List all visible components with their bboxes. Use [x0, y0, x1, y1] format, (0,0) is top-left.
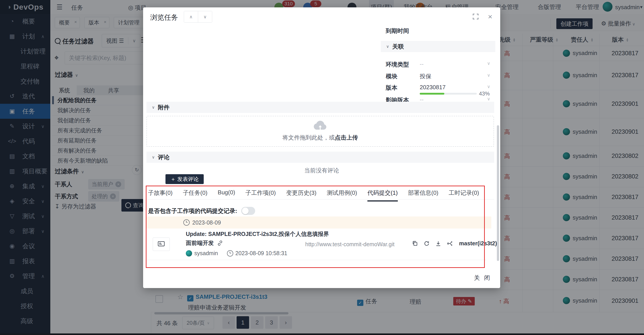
- next-task-button[interactable]: ∨: [198, 11, 212, 22]
- field-value-环境类型[interactable]: --: [420, 60, 424, 68]
- tabs-divider: [146, 199, 494, 200]
- chevron-down-icon[interactable]: ∨: [487, 96, 490, 102]
- link-icon[interactable]: [217, 240, 223, 246]
- commit-repo-url[interactable]: http://www.test-commit-demoWar.git: [305, 241, 394, 248]
- click-upload-link[interactable]: 点击上传: [335, 134, 358, 141]
- detail-tab-子故事(0)[interactable]: 子故事(0): [148, 189, 173, 202]
- detail-tab-变更历史(3)[interactable]: 变更历史(3): [286, 189, 316, 202]
- modal-scrollbar[interactable]: [497, 125, 499, 261]
- commit-date: 2023-08-09: [192, 220, 221, 226]
- include-subitems-row: 是否包含子工作项的代码提交记录:: [148, 207, 255, 215]
- due-date-label: 到期时间: [386, 27, 409, 35]
- refresh-icon[interactable]: [424, 241, 430, 246]
- console-icon: [158, 241, 164, 247]
- clock-icon: [183, 220, 190, 226]
- copy-icon[interactable]: [412, 241, 418, 246]
- download-icon[interactable]: [435, 241, 441, 246]
- prev-task-button[interactable]: ∧: [184, 11, 198, 22]
- detail-tab-子任务(0)[interactable]: 子任务(0): [183, 189, 208, 202]
- toggle-label: 是否包含子工作项的代码提交记录:: [148, 207, 237, 215]
- devops-app: ◑ DevOps ☰ 任务 ◎ 项目 3105 项目(群)我的工作台租户管理安全…: [0, 0, 644, 335]
- version-progress-bar: [420, 93, 477, 94]
- close-button[interactable]: 关 闭: [474, 274, 491, 282]
- include-subitems-toggle[interactable]: [241, 207, 255, 215]
- detail-tab-部署信息(0)[interactable]: 部署信息(0): [408, 189, 438, 202]
- commit-date-row: 2023-08-09: [146, 216, 491, 228]
- chevron-down-icon: ∨: [152, 105, 155, 110]
- commit-title-line2[interactable]: 面前端开发: [186, 239, 223, 247]
- branch-icon[interactable]: [447, 241, 453, 246]
- clock-icon: [227, 250, 233, 256]
- close-icon[interactable]: ×: [488, 13, 492, 20]
- comments-section-header[interactable]: ∨评论: [146, 152, 494, 163]
- field-label-环境类型: 环境类型: [386, 60, 409, 68]
- field-value-版本[interactable]: 20230817: [420, 84, 446, 91]
- chevron-down-icon[interactable]: ∨: [487, 60, 490, 66]
- detail-tab-测试用例(0)[interactable]: 测试用例(0): [327, 189, 357, 202]
- commit-meta: sysadmin 2023-08-09 10:58:31: [186, 250, 287, 256]
- commit-author: sysadmin: [194, 250, 218, 256]
- field-label-版本: 版本: [386, 84, 397, 92]
- avatar: [186, 250, 192, 256]
- chevron-down-icon: ∨: [152, 155, 155, 160]
- commit-card: Update: SAMPLE-PROJECT-i2s3t2,投保个人信息填报界 …: [146, 228, 491, 259]
- commit-actions: master(i2s3t2): [412, 240, 497, 247]
- field-label-模块: 模块: [386, 72, 397, 80]
- bottom-strip: [0, 334, 644, 335]
- detail-tab-子工作项(0)[interactable]: 子工作项(0): [246, 189, 276, 202]
- browse-task-modal: 浏览任务 ∧ ∨ × 到期时间 ∨关联 环境类型--∨模块投保∨版本202308…: [143, 8, 500, 288]
- cloud-upload-icon: [313, 120, 328, 132]
- commit-branch[interactable]: master(i2s3t2): [459, 240, 497, 247]
- commit-console-button[interactable]: [153, 238, 170, 251]
- chevron-down-icon[interactable]: ∨: [487, 84, 490, 89]
- chevron-down-icon[interactable]: ∨: [487, 72, 490, 78]
- commit-time: 2023-08-09 10:58:31: [236, 250, 287, 256]
- detail-tab-工时记录(0)[interactable]: 工时记录(0): [449, 189, 479, 202]
- detail-tabs: 子故事(0)子任务(0)Bug(0)子工作项(0)变更历史(3)测试用例(0)代…: [148, 189, 479, 202]
- detail-tab-Bug(0)[interactable]: Bug(0): [218, 189, 235, 202]
- progress-percent: 43%: [479, 90, 490, 97]
- upload-hint: 将文件拖到此处，或点击上传: [147, 134, 494, 142]
- field-value-模块[interactable]: 投保: [420, 72, 431, 80]
- prev-next-task-group: ∧ ∨: [184, 11, 212, 22]
- footer-divider: [146, 260, 486, 260]
- post-comment-button[interactable]: ＋ 发表评论: [166, 174, 204, 184]
- commit-title-line1[interactable]: Update: SAMPLE-PROJECT-i2s3t2,投保个人信息填报界: [186, 230, 329, 238]
- fullscreen-icon[interactable]: [472, 13, 479, 20]
- attachments-section-header[interactable]: ∨附件: [146, 102, 494, 113]
- chevron-down-icon: ∨: [386, 44, 389, 49]
- related-section-header[interactable]: ∨关联: [381, 41, 495, 52]
- detail-tab-代码提交(1)[interactable]: 代码提交(1): [368, 189, 398, 202]
- modal-title: 浏览任务: [150, 13, 178, 22]
- upload-dropzone[interactable]: 将文件拖到此处，或点击上传: [146, 116, 494, 147]
- no-comment-text: 当前没有评论: [143, 166, 500, 174]
